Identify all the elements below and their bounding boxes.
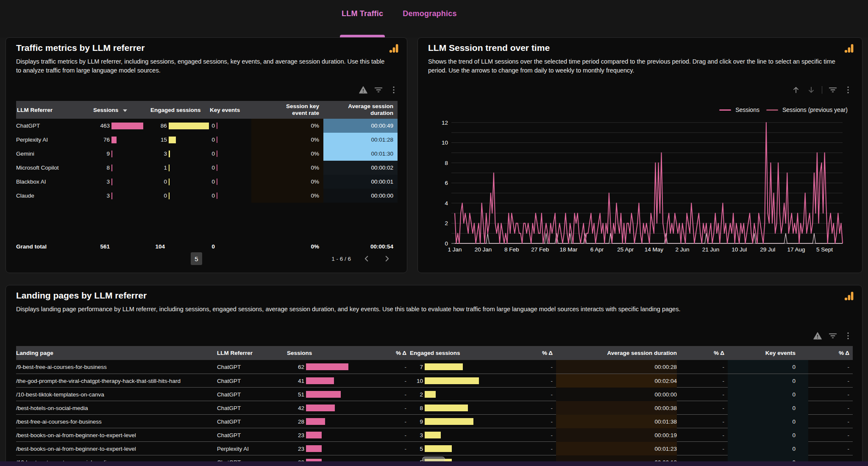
session-trend-card: LLM Session trend over time Shows the tr… xyxy=(417,37,862,273)
sessions-delta-cell: - xyxy=(361,364,410,370)
referrer-cell: Gemini xyxy=(16,151,92,157)
warning-icon[interactable] xyxy=(359,85,368,95)
warning-icon[interactable] xyxy=(813,331,822,340)
table-row: /best-hotels-on-social-mediaChatGPT42-8-… xyxy=(16,401,853,414)
col-header-landing-page[interactable]: Landing page xyxy=(16,350,217,356)
engaged-cell: 15 xyxy=(150,137,209,143)
duration-delta-cell: - xyxy=(677,446,728,452)
x-axis-tick-label: 2 Jun xyxy=(675,246,689,253)
engaged-bar xyxy=(169,123,209,129)
x-axis-tick-label: 10 Jul xyxy=(732,246,747,253)
sessions-cell: 463 xyxy=(92,123,150,129)
filter-icon[interactable] xyxy=(828,85,837,95)
more-vert-icon[interactable] xyxy=(843,331,853,340)
col-header-duration-delta[interactable]: % Δ xyxy=(677,350,728,356)
sessions-trend-chart[interactable]: 0246810121 Jan20 Jan8 Feb27 Feb18 Mar6 A… xyxy=(428,105,852,257)
value-label: 0 xyxy=(209,179,217,185)
value-label: 3 xyxy=(92,179,111,185)
landing-page-cell: /the-god-prompt-the-viral-chatgpt-therap… xyxy=(16,378,217,384)
col-header-avg-session-duration[interactable]: Average session duration xyxy=(342,103,398,117)
x-axis-tick-label: 21 Jun xyxy=(702,246,720,253)
engaged-cell: 8 xyxy=(410,405,507,411)
engaged-cell: 10 xyxy=(410,377,507,384)
engaged-cell: 2 xyxy=(410,391,507,398)
key-events-delta-cell: - xyxy=(808,391,853,398)
sessions-cell: 9 xyxy=(92,151,150,157)
value-label: 41 xyxy=(287,378,306,384)
landing-page-cell: /10-best-tiktok-templates-on-canva xyxy=(16,391,217,398)
value-label: 3 xyxy=(410,432,425,438)
drill-up-icon[interactable] xyxy=(791,85,801,95)
value-label: 15 xyxy=(150,137,169,143)
col-header-engaged-sessions[interactable]: Engaged sessions xyxy=(410,350,507,356)
sessions-bar xyxy=(111,165,112,171)
engaged-cell: 5 xyxy=(410,445,507,452)
table-row: Gemini9300%00:01:30 xyxy=(16,147,398,161)
card-description: Shows the trend of LLM sessions over the… xyxy=(428,57,848,75)
value-label: 42 xyxy=(287,405,306,411)
col-header-avg-session-duration[interactable]: Average session duration xyxy=(556,350,677,356)
duration-delta-cell: - xyxy=(677,391,728,398)
col-header-llm-referrer[interactable]: LLM Referrer xyxy=(217,350,287,356)
chevron-right-icon[interactable] xyxy=(382,254,392,263)
filter-icon[interactable] xyxy=(828,331,837,340)
table-row: Blackbox AI3000%00:00:01 xyxy=(16,175,398,189)
tab-llm-traffic[interactable]: LLM Traffic xyxy=(342,0,383,37)
col-header-key-events[interactable]: Key events xyxy=(728,350,808,356)
drill-down-icon[interactable] xyxy=(807,85,816,95)
card-title: Landing pages by LLM referrer xyxy=(16,290,147,301)
referrer-cell: Microsoft Copilot xyxy=(16,165,92,171)
sessions-bar xyxy=(306,432,322,438)
grand-total-label: Grand total xyxy=(16,243,92,250)
col-header-key-events-delta[interactable]: % Δ xyxy=(808,350,853,356)
engaged-delta-cell: - xyxy=(507,364,556,370)
key-events-delta-cell: - xyxy=(808,432,853,438)
value-label: 3 xyxy=(92,193,111,199)
table-row: ChatGPT4638600%00:00:49 xyxy=(16,119,398,133)
value-label: 9 xyxy=(92,151,111,157)
col-header-sessions-delta[interactable]: % Δ xyxy=(361,350,410,356)
x-axis-tick-label: 6 Apr xyxy=(590,246,604,253)
col-header-engaged-delta[interactable]: % Δ xyxy=(507,350,556,356)
trend-chart-svg[interactable]: 0246810121 Jan20 Jan8 Feb27 Feb18 Mar6 A… xyxy=(428,105,852,254)
engaged-delta-cell: - xyxy=(507,405,556,411)
landing-page-cell: /best-hotels-on-social-media xyxy=(16,405,217,411)
avg-session-duration-cell: 00:01:30 xyxy=(323,147,398,161)
col-header-sessions[interactable]: Sessions xyxy=(287,350,361,356)
sessions-cell: 3 xyxy=(92,179,150,185)
key-events-tick xyxy=(217,137,217,143)
sessions-cell: 42 xyxy=(287,405,361,411)
page-size-select[interactable]: 5 xyxy=(191,252,202,265)
pagination: 1 - 6 / 6 xyxy=(331,252,392,265)
sessions-cell: 51 xyxy=(287,391,361,398)
x-axis-tick-label: 17 Aug xyxy=(787,246,805,253)
col-header-llm-referrer[interactable]: LLM Referrer xyxy=(16,107,92,113)
chevron-left-icon[interactable] xyxy=(362,254,371,263)
key-events-delta-cell: - xyxy=(808,419,853,425)
key-events-cell: 0 xyxy=(728,360,808,374)
table-row: /best-books-on-ai-from-beginner-to-exper… xyxy=(16,428,853,441)
more-vert-icon[interactable] xyxy=(389,85,398,95)
sessions-cell: 62 xyxy=(287,363,361,370)
key-events-delta-cell: - xyxy=(808,378,853,384)
sessions-delta-cell: - xyxy=(361,405,410,411)
col-header-sessions[interactable]: Sessions xyxy=(92,107,150,113)
table-toolbar xyxy=(359,85,398,95)
avg-session-duration-cell: 00:00:00 xyxy=(323,189,398,203)
value-label: 62 xyxy=(287,364,306,370)
more-vert-icon[interactable] xyxy=(843,85,853,95)
traffic-table-header: LLM Referrer Sessions Engaged sessions K… xyxy=(16,101,398,119)
col-header-key-events[interactable]: Key events xyxy=(209,107,251,113)
engaged-bar xyxy=(169,151,170,157)
tab-demographics[interactable]: Demographics xyxy=(403,0,456,37)
key-events-cell: 0 xyxy=(209,123,251,129)
filter-icon[interactable] xyxy=(374,85,383,95)
sessions-bar xyxy=(111,123,143,129)
col-header-engaged-sessions[interactable]: Engaged sessions xyxy=(150,107,209,113)
col-header-session-key-event-rate[interactable]: Session key event rate xyxy=(273,103,323,117)
avg-session-duration-cell: 00:00:19 xyxy=(556,428,677,442)
referrer-cell: ChatGPT xyxy=(217,391,287,398)
table-row: /best-books-on-ai-from-beginner-to-exper… xyxy=(16,441,853,455)
engaged-delta-cell: - xyxy=(507,419,556,425)
value-label: 28 xyxy=(287,419,306,425)
